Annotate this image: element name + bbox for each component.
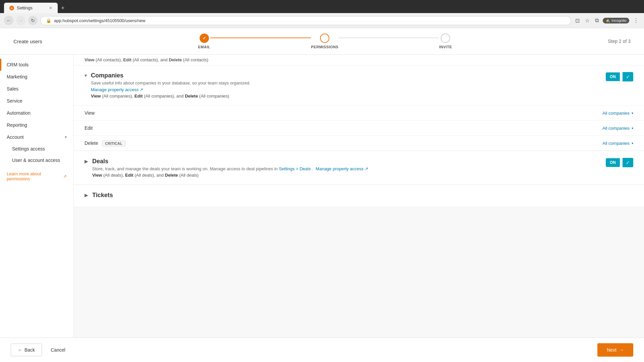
wizard-step-invite: INVITE <box>439 34 452 49</box>
companies-view-row: View All companies ▾ <box>74 105 644 120</box>
wizard-step-email: ✓ EMAIL <box>198 34 211 49</box>
companies-delete-permission-label: Delete CRITICAL <box>85 140 125 146</box>
wizard-step-email-circle: ✓ <box>200 34 209 43</box>
sidebar-subitem-user-account-access[interactable]: User & account access <box>0 155 73 166</box>
next-button-label: Next <box>607 347 616 353</box>
critical-badge: CRITICAL <box>102 140 125 146</box>
wizard-step-permissions: PERMISSIONS <box>311 34 338 49</box>
lock-icon: 🔒 <box>46 18 51 23</box>
companies-view-dropdown[interactable]: All companies ▾ <box>602 111 633 116</box>
learn-more-link[interactable]: Learn more about permissions ↗ <box>0 166 73 187</box>
sidebar-subitem-settings-access[interactable]: Settings access <box>0 143 73 155</box>
deals-section-header: ▶ Deals Store, track, and manage the dea… <box>74 151 644 184</box>
companies-edit-row: Edit All companies ▾ <box>74 120 644 135</box>
tab-close-button[interactable]: ✕ <box>49 6 52 10</box>
back-nav-button[interactable]: ← <box>4 16 13 25</box>
companies-check-button[interactable]: ✓ <box>623 72 633 81</box>
forward-nav-button[interactable]: → <box>16 16 25 25</box>
companies-delete-scope: (All companies) <box>199 94 229 99</box>
tab-favicon: H <box>9 6 14 10</box>
deals-delete-label: Delete <box>165 173 178 178</box>
incognito-icon: 🕵 <box>605 18 610 23</box>
sidebar-item-reporting[interactable]: Reporting <box>0 119 73 131</box>
address-bar[interactable]: 🔒 app.hubspot.com/settings/45105500/user… <box>40 16 571 25</box>
content-area: View (All contacts), Edit (All contacts)… <box>74 55 644 357</box>
wizard-step-email-label: EMAIL <box>198 45 211 49</box>
companies-on-button[interactable]: ON <box>606 72 620 81</box>
browser-tabs: H Settings ✕ + <box>4 3 640 13</box>
next-arrow-icon: → <box>619 347 624 353</box>
incognito-label: Incognito <box>611 18 627 22</box>
deals-on-button[interactable]: ON <box>606 158 620 167</box>
refresh-button[interactable]: ↻ <box>28 16 38 25</box>
tickets-title: Tickets <box>92 192 633 199</box>
extensions-button[interactable]: ⧉ <box>594 16 600 25</box>
external-link-icon: ↗ <box>63 174 67 179</box>
cancel-button[interactable]: Cancel <box>47 344 69 356</box>
incognito-badge: 🕵 Incognito <box>603 18 629 23</box>
menu-button[interactable]: ⋮ <box>632 16 640 25</box>
active-tab[interactable]: H Settings ✕ <box>4 3 58 13</box>
companies-edit-dropdown[interactable]: All companies ▾ <box>602 126 633 131</box>
tickets-expand-icon[interactable]: ▶ <box>85 192 88 198</box>
deals-description: Store, track, and manage the deals your … <box>92 166 602 171</box>
sidebar-item-service[interactable]: Service <box>0 95 73 107</box>
deals-external-icon: ↗ <box>365 166 368 171</box>
sidebar-item-marketing[interactable]: Marketing <box>0 71 73 83</box>
wizard-step-number: Step 2 of 3 <box>608 39 631 44</box>
browser-controls: ← → ↻ 🔒 app.hubspot.com/settings/4510550… <box>0 13 644 28</box>
deals-toggle-btn[interactable]: ON ✓ <box>606 158 633 167</box>
wizard-step-permissions-label: PERMISSIONS <box>311 45 338 49</box>
companies-delete-value: All companies <box>602 141 630 146</box>
new-tab-button[interactable]: + <box>58 3 67 13</box>
companies-view-label: View <box>91 94 101 99</box>
companies-view-value: All companies <box>602 111 630 116</box>
browser-chrome: H Settings ✕ + <box>0 0 644 13</box>
wizard-bar: Create users ✓ EMAIL PERMISSIONS INVITE … <box>0 28 644 55</box>
bottom-spacer <box>74 207 644 234</box>
companies-summary: View (All companies), Edit (All companie… <box>91 94 602 99</box>
svg-text:H: H <box>11 7 12 9</box>
tickets-section-header: ▶ Tickets <box>74 185 644 207</box>
deals-section-info: Deals Store, track, and manage the deals… <box>92 158 602 178</box>
deals-description-suffix: . <box>312 166 313 171</box>
companies-toggle-btn[interactable]: ON ✓ <box>606 72 633 81</box>
back-button-label: Back <box>24 347 35 353</box>
wizard-connector-1 <box>210 38 311 38</box>
browser-actions: ⊡ ☆ ⧉ 🕵 Incognito ⋮ <box>574 16 640 25</box>
wizard-step-invite-label: INVITE <box>439 45 452 49</box>
deals-description-text: Store, track, and manage the deals your … <box>92 166 278 171</box>
deals-settings-link[interactable]: Settings > Deals <box>279 166 311 171</box>
sidebar-item-sales[interactable]: Sales <box>0 83 73 95</box>
companies-view-scope: (All companies), <box>102 94 135 99</box>
companies-edit-label: Edit <box>135 94 143 99</box>
deals-manage-link-text: Manage property access <box>316 166 363 171</box>
wizard-step-invite-circle <box>441 34 450 43</box>
back-button[interactable]: ← Back <box>11 344 42 356</box>
companies-title: Companies <box>91 72 602 79</box>
bottom-bar: ← Back Cancel Next → <box>0 338 644 357</box>
bookmark-button[interactable]: ☆ <box>584 16 591 25</box>
app-container: Create users ✓ EMAIL PERMISSIONS INVITE … <box>0 28 644 357</box>
companies-view-chevron-icon: ▾ <box>632 111 633 115</box>
next-button[interactable]: Next → <box>597 343 633 357</box>
account-chevron-icon: ▾ <box>65 135 67 139</box>
deals-expand-icon[interactable]: ▶ <box>85 159 88 164</box>
address-text: app.hubspot.com/settings/45105500/users/… <box>54 18 145 23</box>
deals-manage-link[interactable]: Manage property access ↗ <box>316 166 368 171</box>
sidebar-item-account[interactable]: Account ▾ <box>0 131 73 143</box>
deals-check-button[interactable]: ✓ <box>623 158 633 167</box>
companies-manage-link[interactable]: Manage property access ↗ <box>91 87 143 92</box>
sidebar-item-automation[interactable]: Automation <box>0 107 73 119</box>
companies-delete-chevron-icon: ▾ <box>632 141 633 145</box>
companies-delete-dropdown[interactable]: All companies ▾ <box>602 141 633 146</box>
companies-collapse-icon[interactable]: ▾ <box>85 73 87 78</box>
companies-description: Save useful info about companies in your… <box>91 80 602 85</box>
sidebar-indicator-bar <box>0 59 1 71</box>
sidebar-item-crm-tools[interactable]: CRM tools <box>0 59 73 71</box>
learn-more-text: Learn more about permissions <box>7 171 62 181</box>
companies-edit-value: All companies <box>602 126 630 131</box>
tickets-section: ▶ Tickets <box>74 185 644 207</box>
cast-button[interactable]: ⊡ <box>574 16 581 25</box>
wizard-step-permissions-circle <box>320 34 329 43</box>
